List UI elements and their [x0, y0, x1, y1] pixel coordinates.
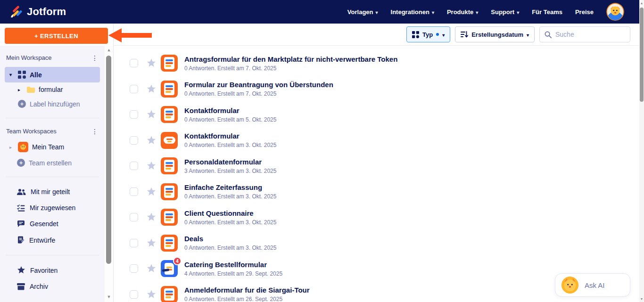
form-row[interactable]: Kontaktformular 0 Antworten. Erstellt am… [114, 102, 644, 128]
row-checkbox[interactable] [130, 162, 138, 170]
window-scrollbar[interactable]: ▲ ▼ [639, 0, 644, 302]
favorite-star-icon[interactable] [147, 136, 156, 145]
scroll-down-icon[interactable]: ▼ [639, 297, 644, 301]
sidebar-item-formular-folder[interactable]: ▸ formular [5, 82, 100, 97]
sidebar-item-label: Label hinzufügen [30, 100, 80, 108]
nav-produkte[interactable]: Produkte [447, 8, 478, 16]
form-title[interactable]: Formular zur Beantragung von Überstunden [184, 81, 333, 89]
favorite-star-icon[interactable] [147, 264, 156, 273]
row-checkbox[interactable] [130, 239, 138, 247]
form-with-responses-icon: 4 [161, 260, 178, 277]
form-title[interactable]: Deals [184, 235, 276, 243]
checklist-icon [17, 204, 25, 212]
create-area: + ERSTELLEN [0, 24, 113, 46]
form-type-icon [161, 286, 178, 302]
form-title[interactable]: Personaldatenformular [184, 158, 276, 166]
favorite-star-icon[interactable] [147, 238, 156, 248]
sidebar-item-shared-with-me[interactable]: Mit mir geteilt [5, 184, 100, 200]
sidebar-item-assigned-to-me[interactable]: Mir zugewiesen [5, 200, 100, 216]
create-button[interactable]: + ERSTELLEN [5, 28, 108, 44]
row-checkbox[interactable] [130, 264, 138, 273]
form-meta: 0 Antworten. Erstellt am 5. Okt. 2025 [184, 116, 276, 123]
window-scrollbar-thumb[interactable] [640, 8, 644, 102]
form-title[interactable]: Kontaktformular [184, 132, 276, 140]
scroll-up-icon[interactable]: ▲ [639, 1, 644, 5]
row-checkbox[interactable] [130, 213, 138, 221]
new-responses-badge: 4 [173, 257, 182, 265]
form-row[interactable]: Client Questionnaire 0 Antworten. Erstel… [114, 204, 644, 230]
sort-button[interactable]: Erstellungsdatum [455, 26, 535, 42]
sidebar-item-gesendet[interactable]: Gesendet [5, 216, 100, 232]
sidebar-item-mein-team[interactable]: ▸ Mein Team [5, 139, 100, 155]
sidebar-item-team-erstellen[interactable]: Team erstellen [5, 155, 100, 170]
active-filter-dot [436, 33, 439, 36]
ask-ai-cat-avatar [561, 276, 579, 294]
ask-ai-button[interactable]: Ask AI [555, 273, 630, 297]
nav-fuer-teams[interactable]: Für Teams [532, 8, 562, 16]
form-row[interactable]: Kontaktformular 0 Antworten. Erstellt am… [114, 128, 644, 154]
kebab-menu-icon[interactable] [91, 128, 98, 135]
favorite-star-icon[interactable] [147, 187, 156, 196]
form-row[interactable]: Antragsformular für den Marktplatz für n… [114, 50, 644, 76]
team-section-title: Team Workspaces [6, 128, 57, 135]
sidebar-item-favoriten[interactable]: Favoriten [5, 262, 100, 278]
nav-integrationen[interactable]: Integrationen [391, 8, 434, 16]
user-avatar[interactable] [606, 3, 624, 21]
page-content: + ERSTELLEN Mein Workspace ▾ Alle [0, 24, 644, 302]
sidebar-item-entwuerfe[interactable]: Entwürfe [5, 232, 100, 248]
ask-ai-label: Ask AI [585, 281, 605, 289]
left-panel: + ERSTELLEN Mein Workspace ▾ Alle [0, 24, 113, 302]
sidebar-item-add-label[interactable]: Label hinzufügen [5, 97, 100, 111]
sidebar-divider [6, 177, 99, 177]
jotform-logo[interactable]: Jotform [9, 6, 66, 18]
sidebar-item-label: Mein Team [32, 143, 64, 151]
form-title[interactable]: Catering Bestellformular [184, 261, 282, 269]
chat-bubble-icon [17, 220, 25, 228]
sidebar-item-alle[interactable]: ▾ Alle [5, 67, 100, 82]
row-checkbox[interactable] [130, 85, 138, 93]
form-type-icon [161, 106, 178, 123]
form-title[interactable]: Einfache Zeiterfassung [184, 183, 276, 191]
favorite-star-icon[interactable] [147, 58, 156, 68]
form-row[interactable]: Formular zur Beantragung von Überstunden… [114, 76, 644, 102]
scroll-down-icon[interactable]: ▼ [105, 294, 113, 299]
scroll-up-icon[interactable]: ▲ [105, 48, 113, 52]
caret-down-icon[interactable]: ▾ [9, 72, 14, 77]
sort-icon [461, 31, 468, 38]
form-list: Antragsformular für den Marktplatz für n… [114, 46, 644, 302]
row-checkbox[interactable] [130, 188, 138, 196]
sidebar: Mein Workspace ▾ Alle ▸ [0, 46, 113, 302]
search-icon [545, 31, 552, 38]
sidebar-scrollbar[interactable]: ▲ ▼ [105, 46, 113, 302]
search-input[interactable] [555, 31, 625, 38]
form-title[interactable]: Kontaktformular [184, 106, 276, 114]
type-filter-button[interactable]: Typ [406, 26, 450, 42]
form-title[interactable]: Client Questionnaire [184, 209, 276, 217]
favorite-star-icon[interactable] [147, 212, 156, 222]
row-checkbox[interactable] [130, 136, 138, 145]
favorite-star-icon[interactable] [147, 110, 156, 119]
favorite-star-icon[interactable] [147, 290, 156, 299]
nav-preise[interactable]: Preise [575, 8, 594, 16]
favorite-star-icon[interactable] [147, 84, 156, 94]
row-checkbox[interactable] [130, 59, 138, 67]
form-row[interactable]: Deals 0 Antworten. Erstellt am 3. Okt. 2… [114, 230, 644, 256]
row-checkbox[interactable] [130, 290, 138, 299]
nav-support[interactable]: Support [491, 8, 519, 16]
caret-right-icon[interactable]: ▸ [18, 87, 23, 92]
plus-circle-icon [18, 100, 26, 108]
sidebar-scrollbar-thumb[interactable] [106, 56, 111, 264]
row-checkbox[interactable] [130, 110, 138, 119]
nav-vorlagen[interactable]: Vorlagen [347, 8, 378, 16]
sidebar-item-archiv[interactable]: Archiv [5, 278, 100, 294]
kebab-menu-icon[interactable] [91, 55, 98, 61]
annotation-arrow [107, 27, 153, 44]
form-title[interactable]: Anmeldeformular fur die Siargai-Tour [184, 286, 310, 294]
favorite-star-icon[interactable] [147, 161, 156, 171]
form-row[interactable]: Personaldatenformular 3 Antworten. Erste… [114, 153, 644, 179]
form-type-icon [161, 157, 178, 174]
caret-right-icon[interactable]: ▸ [9, 145, 14, 150]
form-row[interactable]: Einfache Zeiterfassung 0 Antworten. Erst… [114, 179, 644, 205]
shared-users-icon [17, 188, 26, 196]
form-title[interactable]: Antragsformular für den Marktplatz für n… [184, 55, 397, 63]
